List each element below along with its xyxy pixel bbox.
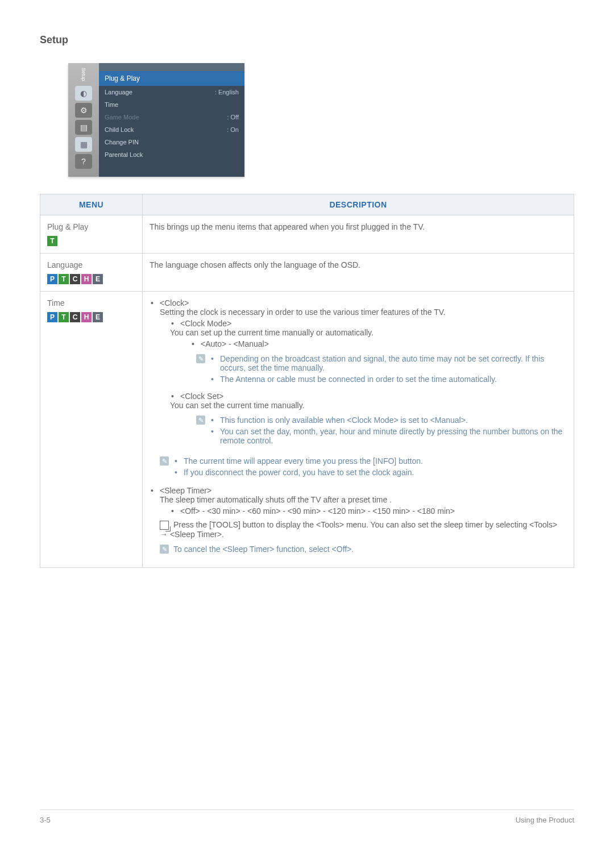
badges: P T C H E xyxy=(47,312,135,322)
row-desc: This brings up the menu items that appea… xyxy=(143,215,574,254)
sleep-tools: Press the [TOOLS] button to display the … xyxy=(160,520,557,539)
row-title: Language xyxy=(47,260,135,269)
sidebar-label: Setup xyxy=(81,68,86,81)
clockset-text: You can set the current time manually. xyxy=(170,401,567,410)
nav-icon-gear: ⚙ xyxy=(75,103,92,118)
menu-heading: Plug & Play xyxy=(99,71,244,86)
menu-row: Language: English xyxy=(99,86,244,98)
clockmode-title: <Clock Mode> xyxy=(180,319,231,328)
row-title: Plug & Play xyxy=(47,222,135,231)
sleep-options: <Off> - <30 min> - <60 min> - <90 min> -… xyxy=(170,506,567,516)
menu-row: Game Mode: Off xyxy=(99,111,244,123)
menu-row: Parental Lock xyxy=(99,148,244,161)
clockmode-text: You can set up the current time manually… xyxy=(170,328,567,337)
sleep-intro: The sleep timer automatically shuts off … xyxy=(160,495,392,504)
clockset-title: <Clock Set> xyxy=(180,392,223,401)
row-title: Time xyxy=(47,298,135,308)
sleep-cancel: To cancel the <Sleep Timer> function, se… xyxy=(173,545,354,554)
setup-menu-screenshot: Setup ◐ ⚙ ▤ ▦ ? Plug & Play Language: En… xyxy=(68,63,244,177)
badges: P T C H E xyxy=(47,274,135,284)
note-text: If you disconnect the power cord, you ha… xyxy=(173,468,567,477)
badges: T xyxy=(47,236,135,246)
footer-right: Using the Product xyxy=(516,816,574,824)
badge-p: P xyxy=(47,312,57,322)
note-text: The Antenna or cable must be connected i… xyxy=(210,375,567,384)
page-footer: 3-5 Using the Product xyxy=(40,809,574,824)
nav-icon-top: ◐ xyxy=(75,86,92,101)
row-desc: The language chosen affects only the lan… xyxy=(143,254,574,292)
nav-icon-help: ? xyxy=(75,154,92,169)
badge-t: T xyxy=(47,236,57,246)
note-text: Depending on the broadcast station and s… xyxy=(210,354,567,372)
menu-row: Time xyxy=(99,98,244,111)
nav-icon-app: ▦ xyxy=(75,137,92,152)
clockmode-options: <Auto> - <Manual> xyxy=(190,339,567,348)
spec-table: MENU DESCRIPTION Plug & Play T This brin… xyxy=(40,194,574,568)
sleep-title: <Sleep Timer> xyxy=(160,486,211,495)
badge-t: T xyxy=(59,274,69,284)
note-icon: ✎ xyxy=(196,416,205,425)
menu-row: Change PIN xyxy=(99,136,244,148)
badge-h: H xyxy=(81,312,92,322)
note-text: This function is only available when <Cl… xyxy=(210,416,567,425)
nav-icon-input: ▤ xyxy=(75,120,92,135)
tools-icon xyxy=(160,521,169,530)
footer-left: 3-5 xyxy=(40,816,51,824)
badge-p: P xyxy=(47,274,57,284)
clock-title: <Clock> xyxy=(160,298,189,308)
badge-h: H xyxy=(81,274,92,284)
section-title: Setup xyxy=(40,34,574,46)
menu-row: Child Lock: On xyxy=(99,123,244,136)
note-text: The current time will appear every time … xyxy=(173,456,567,466)
note-icon: ✎ xyxy=(196,354,205,363)
badge-e: E xyxy=(93,312,103,322)
note-text: You can set the day, month, year, hour a… xyxy=(210,427,567,445)
note-icon: ✎ xyxy=(160,456,169,466)
badge-c: C xyxy=(70,312,80,322)
badge-c: C xyxy=(70,274,80,284)
badge-t: T xyxy=(59,312,69,322)
note-icon: ✎ xyxy=(160,545,169,554)
clock-intro: Setting the clock is necessary in order … xyxy=(160,308,446,317)
badge-e: E xyxy=(93,274,103,284)
col-menu-header: MENU xyxy=(40,194,143,215)
col-desc-header: DESCRIPTION xyxy=(143,194,574,215)
